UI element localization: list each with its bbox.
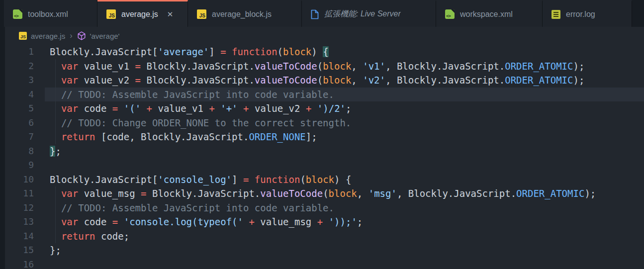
js-file-icon bbox=[19, 32, 27, 40]
code-line[interactable]: 13 var code = 'console.log(typeof(' + va… bbox=[0, 215, 644, 229]
code-line[interactable]: 5 var code = '(' + value_v1 + '+' + valu… bbox=[0, 101, 644, 116]
code-text: var value_msg = Blockly.JavaScript.value… bbox=[34, 186, 596, 201]
tab--live-server[interactable]: 拡張機能: Live Server bbox=[302, 0, 436, 27]
js-file-icon bbox=[106, 9, 116, 19]
line-number: 5 bbox=[0, 101, 34, 116]
line-number: 13 bbox=[0, 215, 34, 229]
line-number: 14 bbox=[0, 229, 34, 244]
tab-label: average.js bbox=[121, 10, 158, 19]
close-icon[interactable]: ✕ bbox=[166, 9, 175, 19]
line-number: 9 bbox=[0, 158, 34, 173]
js-file-icon bbox=[197, 9, 206, 19]
symbol-module-icon bbox=[77, 31, 86, 40]
file-icon bbox=[311, 9, 319, 19]
code-line[interactable]: 8}; bbox=[0, 144, 644, 159]
code-line[interactable]: 2 var value_v1 = Blockly.JavaScript.valu… bbox=[0, 59, 644, 74]
code-line[interactable]: 4 // TODO: Assemble JavaScript into code… bbox=[0, 88, 644, 102]
code-text: var value_v1 = Blockly.JavaScript.valueT… bbox=[34, 59, 584, 74]
chevron-right-icon: › bbox=[69, 31, 73, 40]
tab-average-js[interactable]: average.js✕ bbox=[97, 0, 188, 27]
code-editor[interactable]: 1Blockly.JavaScript['average'] = functio… bbox=[0, 45, 644, 269]
code-text: }; bbox=[34, 243, 61, 258]
log-file-icon bbox=[552, 10, 560, 19]
code-line[interactable]: 9 bbox=[0, 158, 644, 173]
line-number: 3 bbox=[0, 73, 34, 88]
line-number: 8 bbox=[0, 144, 34, 159]
line-number: 7 bbox=[0, 130, 34, 144]
tab-label: error.log bbox=[566, 10, 595, 19]
tab-label: 拡張機能: Live Server bbox=[324, 9, 401, 19]
left-edge-strip bbox=[0, 27, 5, 269]
code-text: var value_v2 = Blockly.JavaScript.valueT… bbox=[34, 73, 584, 88]
line-number: 16 bbox=[0, 258, 34, 269]
code-line[interactable]: 10Blockly.JavaScript['console_log'] = fu… bbox=[0, 173, 644, 187]
line-number: 2 bbox=[0, 59, 34, 74]
code-line[interactable]: 3 var value_v2 = Blockly.JavaScript.valu… bbox=[0, 73, 644, 88]
code-text: // TODO: Assemble JavaScript into code v… bbox=[34, 201, 334, 215]
line-number: 6 bbox=[0, 116, 34, 130]
line-number: 4 bbox=[0, 88, 34, 102]
breadcrumb-file[interactable]: average.js bbox=[31, 32, 65, 40]
tab-label: workspace.xml bbox=[460, 10, 513, 19]
code-text: return code; bbox=[34, 229, 129, 244]
tab-average-block-js[interactable]: average_block.js bbox=[188, 0, 302, 27]
editor-tab-bar: toolbox.xmlaverage.js✕average_block.js拡張… bbox=[0, 0, 644, 27]
line-number: 15 bbox=[0, 243, 34, 258]
tab-workspace-xml[interactable]: workspace.xml bbox=[436, 0, 543, 27]
code-text bbox=[34, 258, 50, 269]
line-number: 12 bbox=[0, 201, 34, 215]
code-text: Blockly.JavaScript['average'] = function… bbox=[34, 45, 329, 59]
code-text: var code = '(' + value_v1 + '+' + value_… bbox=[34, 101, 351, 116]
code-line[interactable]: 15}; bbox=[0, 243, 644, 258]
tab-label: toolbox.xml bbox=[28, 10, 68, 19]
breadcrumb-symbol[interactable]: 'average' bbox=[90, 32, 120, 40]
code-text: Blockly.JavaScript['console_log'] = func… bbox=[34, 173, 351, 187]
code-text: // TODO: Assemble JavaScript into code v… bbox=[34, 88, 334, 102]
tab-toolbox-xml[interactable]: toolbox.xml bbox=[4, 0, 97, 27]
xml-file-icon bbox=[13, 9, 22, 19]
code-text: // TODO: Change ORDER_NONE to the correc… bbox=[34, 116, 351, 130]
code-line[interactable]: 12 // TODO: Assemble JavaScript into cod… bbox=[0, 201, 644, 215]
breadcrumb: average.js › 'average' bbox=[0, 27, 644, 45]
tab-label: average_block.js bbox=[212, 10, 272, 19]
line-number: 1 bbox=[0, 45, 34, 59]
code-line[interactable]: 14 return code; bbox=[0, 229, 644, 244]
tab-error-log[interactable]: error.log bbox=[543, 0, 632, 27]
code-text: }; bbox=[34, 144, 61, 159]
code-line[interactable]: 11 var value_msg = Blockly.JavaScript.va… bbox=[0, 186, 644, 201]
code-line[interactable]: 1Blockly.JavaScript['average'] = functio… bbox=[0, 45, 644, 59]
xml-file-icon bbox=[445, 9, 455, 19]
code-text: return [code, Blockly.JavaScript.ORDER_N… bbox=[34, 130, 317, 144]
line-number: 11 bbox=[0, 186, 34, 201]
code-line[interactable]: 16 bbox=[0, 258, 644, 269]
code-text bbox=[34, 158, 50, 173]
line-number: 10 bbox=[0, 173, 34, 187]
code-line[interactable]: 7 return [code, Blockly.JavaScript.ORDER… bbox=[0, 130, 644, 144]
code-text: var code = 'console.log(typeof(' + value… bbox=[34, 215, 363, 229]
code-line[interactable]: 6 // TODO: Change ORDER_NONE to the corr… bbox=[0, 116, 644, 130]
